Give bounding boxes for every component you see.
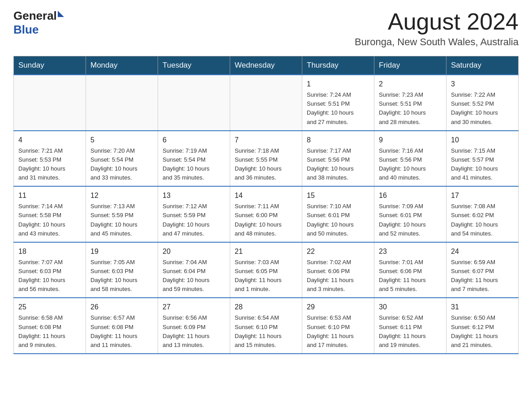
calendar-day-cell bbox=[230, 75, 302, 131]
calendar-day-cell: 20Sunrise: 7:04 AM Sunset: 6:04 PM Dayli… bbox=[158, 242, 230, 298]
day-info: Sunrise: 6:50 AM Sunset: 6:12 PM Dayligh… bbox=[451, 313, 514, 350]
day-number: 6 bbox=[163, 135, 225, 146]
day-number: 8 bbox=[307, 135, 369, 146]
calendar-header-tuesday: Tuesday bbox=[158, 56, 230, 75]
day-info: Sunrise: 6:57 AM Sunset: 6:08 PM Dayligh… bbox=[90, 313, 153, 350]
day-info: Sunrise: 6:54 AM Sunset: 6:10 PM Dayligh… bbox=[235, 313, 297, 350]
calendar-day-cell: 9Sunrise: 7:16 AM Sunset: 5:56 PM Daylig… bbox=[374, 131, 446, 187]
day-info: Sunrise: 7:09 AM Sunset: 6:01 PM Dayligh… bbox=[379, 202, 442, 238]
day-number: 9 bbox=[379, 135, 442, 146]
day-info: Sunrise: 7:13 AM Sunset: 5:59 PM Dayligh… bbox=[90, 202, 153, 238]
day-number: 5 bbox=[90, 135, 153, 146]
day-number: 24 bbox=[451, 246, 514, 257]
day-info: Sunrise: 7:10 AM Sunset: 6:01 PM Dayligh… bbox=[307, 202, 369, 238]
day-info: Sunrise: 7:23 AM Sunset: 5:51 PM Dayligh… bbox=[379, 90, 442, 127]
calendar-day-cell: 27Sunrise: 6:56 AM Sunset: 6:09 PM Dayli… bbox=[158, 298, 230, 354]
calendar-header-monday: Monday bbox=[86, 56, 158, 75]
day-info: Sunrise: 7:20 AM Sunset: 5:54 PM Dayligh… bbox=[90, 146, 153, 183]
calendar-day-cell: 16Sunrise: 7:09 AM Sunset: 6:01 PM Dayli… bbox=[374, 186, 446, 242]
day-number: 27 bbox=[163, 302, 225, 313]
day-number: 28 bbox=[235, 302, 297, 313]
day-number: 12 bbox=[90, 190, 153, 201]
day-number: 15 bbox=[307, 190, 369, 201]
calendar-day-cell bbox=[158, 75, 230, 131]
calendar-day-cell: 21Sunrise: 7:03 AM Sunset: 6:05 PM Dayli… bbox=[230, 242, 302, 298]
calendar-day-cell: 7Sunrise: 7:18 AM Sunset: 5:55 PM Daylig… bbox=[230, 131, 302, 187]
day-number: 16 bbox=[379, 190, 442, 201]
day-info: Sunrise: 7:08 AM Sunset: 6:02 PM Dayligh… bbox=[451, 202, 514, 238]
page-header: General Blue August 2024 Buronga, New So… bbox=[13, 9, 519, 48]
day-number: 23 bbox=[379, 246, 442, 257]
calendar-day-cell: 24Sunrise: 6:59 AM Sunset: 6:07 PM Dayli… bbox=[446, 242, 519, 298]
day-info: Sunrise: 7:03 AM Sunset: 6:05 PM Dayligh… bbox=[235, 258, 297, 294]
day-number: 22 bbox=[307, 246, 369, 257]
logo-general-text: General bbox=[13, 9, 57, 23]
calendar-day-cell: 12Sunrise: 7:13 AM Sunset: 5:59 PM Dayli… bbox=[86, 186, 158, 242]
calendar-day-cell: 19Sunrise: 7:05 AM Sunset: 6:03 PM Dayli… bbox=[86, 242, 158, 298]
calendar-day-cell: 1Sunrise: 7:24 AM Sunset: 5:51 PM Daylig… bbox=[302, 75, 374, 131]
day-info: Sunrise: 6:53 AM Sunset: 6:10 PM Dayligh… bbox=[307, 313, 369, 350]
day-info: Sunrise: 7:02 AM Sunset: 6:06 PM Dayligh… bbox=[307, 258, 369, 294]
calendar-header-wednesday: Wednesday bbox=[230, 56, 302, 75]
calendar-week-row: 18Sunrise: 7:07 AM Sunset: 6:03 PM Dayli… bbox=[14, 242, 519, 298]
day-number: 14 bbox=[235, 190, 297, 201]
day-number: 31 bbox=[451, 302, 514, 313]
day-number: 2 bbox=[379, 79, 442, 90]
day-info: Sunrise: 7:11 AM Sunset: 6:00 PM Dayligh… bbox=[235, 202, 297, 238]
calendar-day-cell: 18Sunrise: 7:07 AM Sunset: 6:03 PM Dayli… bbox=[14, 242, 86, 298]
day-info: Sunrise: 7:21 AM Sunset: 5:53 PM Dayligh… bbox=[18, 146, 81, 183]
calendar-day-cell: 29Sunrise: 6:53 AM Sunset: 6:10 PM Dayli… bbox=[302, 298, 374, 354]
day-number: 7 bbox=[235, 135, 297, 146]
day-number: 26 bbox=[90, 302, 153, 313]
calendar-day-cell: 8Sunrise: 7:17 AM Sunset: 5:56 PM Daylig… bbox=[302, 131, 374, 187]
calendar-day-cell: 2Sunrise: 7:23 AM Sunset: 5:51 PM Daylig… bbox=[374, 75, 446, 131]
calendar-day-cell: 22Sunrise: 7:02 AM Sunset: 6:06 PM Dayli… bbox=[302, 242, 374, 298]
calendar-day-cell bbox=[14, 75, 86, 131]
calendar-day-cell bbox=[86, 75, 158, 131]
calendar-week-row: 1Sunrise: 7:24 AM Sunset: 5:51 PM Daylig… bbox=[14, 75, 519, 131]
day-number: 10 bbox=[451, 135, 514, 146]
calendar-header-friday: Friday bbox=[374, 56, 446, 75]
page-subtitle: Buronga, New South Wales, Australia bbox=[355, 36, 519, 48]
day-info: Sunrise: 7:07 AM Sunset: 6:03 PM Dayligh… bbox=[18, 258, 81, 294]
calendar-day-cell: 23Sunrise: 7:01 AM Sunset: 6:06 PM Dayli… bbox=[374, 242, 446, 298]
day-number: 20 bbox=[163, 246, 225, 257]
day-info: Sunrise: 6:52 AM Sunset: 6:11 PM Dayligh… bbox=[379, 313, 442, 350]
day-number: 30 bbox=[379, 302, 442, 313]
logo: General Blue bbox=[13, 9, 64, 37]
calendar-day-cell: 10Sunrise: 7:15 AM Sunset: 5:57 PM Dayli… bbox=[446, 131, 519, 187]
day-info: Sunrise: 7:14 AM Sunset: 5:58 PM Dayligh… bbox=[18, 202, 81, 238]
calendar-day-cell: 26Sunrise: 6:57 AM Sunset: 6:08 PM Dayli… bbox=[86, 298, 158, 354]
logo-triangle-icon bbox=[58, 11, 64, 17]
day-number: 3 bbox=[451, 79, 514, 90]
day-info: Sunrise: 7:24 AM Sunset: 5:51 PM Dayligh… bbox=[307, 90, 369, 127]
calendar-day-cell: 25Sunrise: 6:58 AM Sunset: 6:08 PM Dayli… bbox=[14, 298, 86, 354]
calendar-header-row: SundayMondayTuesdayWednesdayThursdayFrid… bbox=[14, 56, 519, 75]
day-number: 11 bbox=[18, 190, 81, 201]
day-number: 13 bbox=[163, 190, 225, 201]
calendar-day-cell: 4Sunrise: 7:21 AM Sunset: 5:53 PM Daylig… bbox=[14, 131, 86, 187]
calendar-day-cell: 3Sunrise: 7:22 AM Sunset: 5:52 PM Daylig… bbox=[446, 75, 519, 131]
calendar-week-row: 25Sunrise: 6:58 AM Sunset: 6:08 PM Dayli… bbox=[14, 298, 519, 354]
calendar-table: SundayMondayTuesdayWednesdayThursdayFrid… bbox=[13, 56, 519, 354]
day-number: 1 bbox=[307, 79, 369, 90]
calendar-day-cell: 5Sunrise: 7:20 AM Sunset: 5:54 PM Daylig… bbox=[86, 131, 158, 187]
calendar-header-sunday: Sunday bbox=[14, 56, 86, 75]
day-number: 21 bbox=[235, 246, 297, 257]
day-info: Sunrise: 7:12 AM Sunset: 5:59 PM Dayligh… bbox=[163, 202, 225, 238]
day-info: Sunrise: 7:04 AM Sunset: 6:04 PM Dayligh… bbox=[163, 258, 225, 294]
title-block: August 2024 Buronga, New South Wales, Au… bbox=[355, 9, 519, 48]
calendar-day-cell: 30Sunrise: 6:52 AM Sunset: 6:11 PM Dayli… bbox=[374, 298, 446, 354]
day-info: Sunrise: 6:56 AM Sunset: 6:09 PM Dayligh… bbox=[163, 313, 225, 350]
day-info: Sunrise: 7:19 AM Sunset: 5:54 PM Dayligh… bbox=[163, 146, 225, 183]
day-info: Sunrise: 7:17 AM Sunset: 5:56 PM Dayligh… bbox=[307, 146, 369, 183]
day-info: Sunrise: 6:58 AM Sunset: 6:08 PM Dayligh… bbox=[18, 313, 81, 350]
calendar-day-cell: 15Sunrise: 7:10 AM Sunset: 6:01 PM Dayli… bbox=[302, 186, 374, 242]
day-info: Sunrise: 7:01 AM Sunset: 6:06 PM Dayligh… bbox=[379, 258, 442, 294]
day-info: Sunrise: 6:59 AM Sunset: 6:07 PM Dayligh… bbox=[451, 258, 514, 294]
calendar-header-saturday: Saturday bbox=[446, 56, 519, 75]
calendar-day-cell: 28Sunrise: 6:54 AM Sunset: 6:10 PM Dayli… bbox=[230, 298, 302, 354]
day-number: 4 bbox=[18, 135, 81, 146]
day-number: 18 bbox=[18, 246, 81, 257]
calendar-header-thursday: Thursday bbox=[302, 56, 374, 75]
